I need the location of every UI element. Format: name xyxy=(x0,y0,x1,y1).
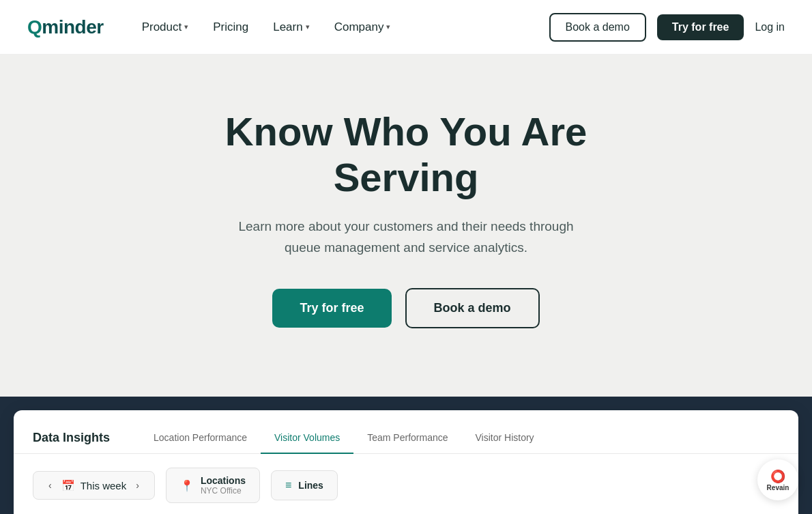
bottom-section: Data Insights Location Performance Visit… xyxy=(0,397,812,514)
tab-visitor-volumes[interactable]: Visitor Volumes xyxy=(261,423,353,454)
panel-header: Data Insights Location Performance Visit… xyxy=(14,410,798,454)
panel-tabs: Location Performance Visitor Volumes Tea… xyxy=(140,423,548,453)
panel-body: ‹ 📅 This week › 📍 Locations NYC Office ≡… xyxy=(14,454,798,514)
location-text: Locations NYC Office xyxy=(201,475,246,496)
panel-title: Data Insights xyxy=(33,431,110,445)
chevron-down-icon: ▾ xyxy=(306,23,310,31)
hero-subtitle: Learn more about your customers and thei… xyxy=(235,216,577,258)
revain-badge[interactable]: ⭕ Revain xyxy=(757,459,798,500)
hero-title: Know Who You Are Serving xyxy=(167,109,645,200)
nav-learn[interactable]: Learn ▾ xyxy=(262,15,320,40)
date-prev-button[interactable]: ‹ xyxy=(44,479,56,492)
book-demo-hero-button[interactable]: Book a demo xyxy=(405,288,540,328)
tab-team-performance[interactable]: Team Performance xyxy=(353,423,461,454)
chevron-down-icon: ▾ xyxy=(386,23,390,31)
lines-filter[interactable]: ≡ Lines xyxy=(271,470,338,500)
chevron-down-icon: ▾ xyxy=(184,23,188,31)
navigation: Qminder Product ▾ Pricing Learn ▾ Compan… xyxy=(0,0,812,55)
try-free-hero-button[interactable]: Try for free xyxy=(272,289,391,328)
hero-buttons: Try for free Book a demo xyxy=(272,288,539,328)
hero-section: Know Who You Are Serving Learn more abou… xyxy=(0,55,812,397)
nav-links: Product ▾ Pricing Learn ▾ Company ▾ xyxy=(131,15,549,40)
date-navigator[interactable]: ‹ 📅 This week › xyxy=(33,471,155,500)
book-demo-button[interactable]: Book a demo xyxy=(549,13,646,42)
tab-location-performance[interactable]: Location Performance xyxy=(140,423,261,454)
try-free-nav-button[interactable]: Try for free xyxy=(657,14,744,40)
nav-product[interactable]: Product ▾ xyxy=(131,15,200,40)
revain-icon: ⭕ xyxy=(770,469,785,484)
calendar-icon: 📅 xyxy=(61,479,75,492)
nav-actions: Book a demo Try for free Log in xyxy=(549,13,785,42)
lines-icon: ≡ xyxy=(285,479,291,491)
date-next-button[interactable]: › xyxy=(132,479,143,492)
nav-company[interactable]: Company ▾ xyxy=(323,15,402,40)
logo[interactable]: Qminder xyxy=(27,16,104,38)
location-filter[interactable]: 📍 Locations NYC Office xyxy=(166,468,260,503)
location-icon: 📍 xyxy=(180,479,194,492)
nav-pricing[interactable]: Pricing xyxy=(202,15,259,40)
data-insights-panel: Data Insights Location Performance Visit… xyxy=(14,410,798,514)
date-display: 📅 This week xyxy=(61,479,127,492)
login-button[interactable]: Log in xyxy=(755,21,785,33)
tab-visitor-history[interactable]: Visitor History xyxy=(462,423,548,454)
